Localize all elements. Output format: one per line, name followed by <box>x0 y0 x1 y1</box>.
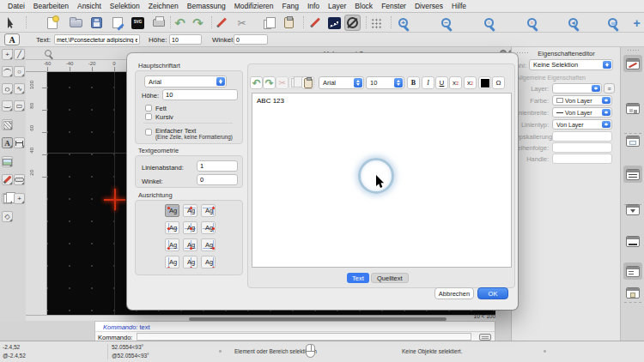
ellipse-tool[interactable]: ○ <box>2 83 13 94</box>
zoom-selection-icon[interactable]: ▫ <box>524 15 540 31</box>
svg-export-icon[interactable]: SVG <box>130 15 146 31</box>
editor-subscript-button[interactable]: x2 <box>464 76 477 89</box>
image-tool[interactable] <box>2 156 13 167</box>
editor-italic-button[interactable]: I <box>422 76 434 89</box>
layer-list-panel-toggle[interactable] <box>623 166 642 183</box>
text-tool[interactable]: A <box>2 137 13 148</box>
align-base-left-button[interactable]: Ag <box>165 238 179 251</box>
prop-combo-3[interactable]: Von Layer <box>552 107 612 118</box>
view-list-panel-toggle[interactable] <box>623 132 642 149</box>
measure-tool[interactable] <box>14 174 25 185</box>
align-base-center-button[interactable]: Ag <box>183 238 197 251</box>
zoom-auto-icon[interactable]: ▫ <box>481 15 497 31</box>
selection-filter-panel-toggle[interactable] <box>623 201 642 218</box>
zoom-out-icon[interactable]: − <box>438 15 454 31</box>
zoom-in-icon[interactable]: + <box>395 15 411 31</box>
align-bottom-left-button[interactable]: Ag <box>165 256 179 268</box>
simple-text-checkbox[interactable] <box>145 129 152 136</box>
menu-item-zeichnen[interactable]: Zeichnen <box>144 0 183 13</box>
prop-combo-1[interactable] <box>552 83 602 94</box>
menu-item-hilfe[interactable]: Hilfe <box>447 0 471 13</box>
italic-checkbox[interactable] <box>145 113 152 120</box>
menu-item-selektion[interactable]: Selektion <box>106 0 144 13</box>
menu-item-bearbeiten[interactable]: Bearbeiten <box>29 0 73 13</box>
menu-item-info[interactable]: Info <box>303 0 324 13</box>
editor-size-combo[interactable]: 10 <box>366 76 404 89</box>
menu-item-ansicht[interactable]: Ansicht <box>73 0 106 13</box>
shape-tool[interactable]: ▭ <box>14 100 25 112</box>
menu-item-fenster[interactable]: Fenster <box>377 0 410 13</box>
align-middle-left-button[interactable]: Ag <box>165 221 179 234</box>
align-top-right-button[interactable]: Ag <box>201 204 216 217</box>
menu-item-layer[interactable]: Layer <box>324 0 350 13</box>
zoom-window-icon[interactable] <box>605 15 621 31</box>
editor-color-swatch[interactable] <box>478 76 491 89</box>
menu-item-bemassung[interactable]: Bemassung <box>183 0 230 13</box>
library-browser-panel-toggle[interactable] <box>623 284 642 301</box>
menu-item-modifizieren[interactable]: Modifizieren <box>230 0 278 13</box>
line-spacing-input[interactable] <box>197 160 238 172</box>
prop-input-5[interactable] <box>552 131 612 142</box>
point-tool[interactable]: + <box>2 49 13 60</box>
bold-checkbox[interactable] <box>145 105 152 112</box>
text-tool-indicator[interactable]: A <box>4 33 20 45</box>
align-bottom-right-button[interactable]: Ag <box>201 256 216 268</box>
height-input[interactable] <box>169 34 202 45</box>
polyline-tool[interactable] <box>2 100 13 112</box>
save-as-icon[interactable] <box>109 15 125 31</box>
canvas-horizontal-scrollbar[interactable] <box>26 315 495 321</box>
save-icon[interactable] <box>88 15 105 31</box>
dialog-angle-input[interactable] <box>197 174 238 185</box>
modify-pencil-tool[interactable] <box>2 174 13 185</box>
menu-item-diverses[interactable]: Diverses <box>410 0 447 13</box>
editor-superscript-button[interactable]: x2 <box>449 76 462 89</box>
keyboard-icon[interactable] <box>479 334 491 341</box>
editor-bold-button[interactable]: B <box>407 76 420 89</box>
dock-drag-handle[interactable] <box>627 49 639 51</box>
text-content-input[interactable] <box>54 34 140 45</box>
scrollbar-thumb[interactable] <box>189 317 447 321</box>
open-file-icon[interactable] <box>68 15 84 31</box>
align-bottom-center-button[interactable]: Ag <box>183 256 197 268</box>
pan-icon[interactable]: + <box>629 15 644 31</box>
spline-tool[interactable]: ∿ <box>14 83 25 94</box>
iso-projection-tool[interactable]: ◇ <box>2 211 13 222</box>
layer-menu-button[interactable]: ≡ <box>604 83 615 94</box>
snap-tool[interactable]: + <box>14 193 25 204</box>
command-input[interactable] <box>137 333 471 341</box>
new-file-icon[interactable] <box>44 15 60 31</box>
editor-redo-icon[interactable]: ↷ <box>263 76 276 89</box>
cancel-button[interactable]: Abbrechen <box>434 287 474 299</box>
tab-quelltext[interactable]: Quelltext <box>371 273 409 283</box>
dimension-tool[interactable] <box>14 137 25 148</box>
align-base-right-button[interactable]: Ag <box>201 238 216 251</box>
line-tool[interactable]: ╱ <box>14 49 25 60</box>
edit-pencil-icon[interactable] <box>307 15 323 31</box>
undo-icon[interactable]: ↶ <box>172 15 188 31</box>
hatch-tool[interactable] <box>2 119 13 130</box>
editor-paste-icon[interactable] <box>301 76 314 89</box>
editor-undo-icon[interactable]: ↶ <box>250 76 263 89</box>
editor-underline-button[interactable]: U <box>435 76 448 89</box>
editor-special-char-button[interactable]: Ω <box>492 76 505 89</box>
editor-copy-icon[interactable] <box>289 76 301 89</box>
grid-toggle-icon[interactable] <box>368 15 384 31</box>
selection-combo[interactable]: Keine Selektion <box>529 59 613 70</box>
dialog-height-input[interactable] <box>162 89 238 100</box>
prop-input-7[interactable] <box>552 154 612 164</box>
align-top-center-button[interactable]: Ag <box>183 204 197 217</box>
restrict-off-icon[interactable] <box>344 15 361 31</box>
ok-button[interactable]: OK <box>477 287 508 299</box>
zoom-previous-icon[interactable]: ◂ <box>565 15 581 31</box>
angle-input[interactable] <box>234 34 268 45</box>
tab-text[interactable]: Text <box>347 273 369 283</box>
menu-item-block[interactable]: Block <box>350 0 377 13</box>
main-font-combo[interactable]: Arial <box>144 75 227 87</box>
print-icon[interactable] <box>150 15 167 31</box>
editor-cut-icon[interactable]: ✂ <box>276 76 289 89</box>
block-list-panel-toggle[interactable] <box>623 100 642 117</box>
copy-icon[interactable] <box>259 15 276 31</box>
draw-pencil-icon[interactable] <box>213 15 229 31</box>
arc-tool[interactable] <box>2 66 13 77</box>
menu-item-fang[interactable]: Fang <box>278 0 303 13</box>
